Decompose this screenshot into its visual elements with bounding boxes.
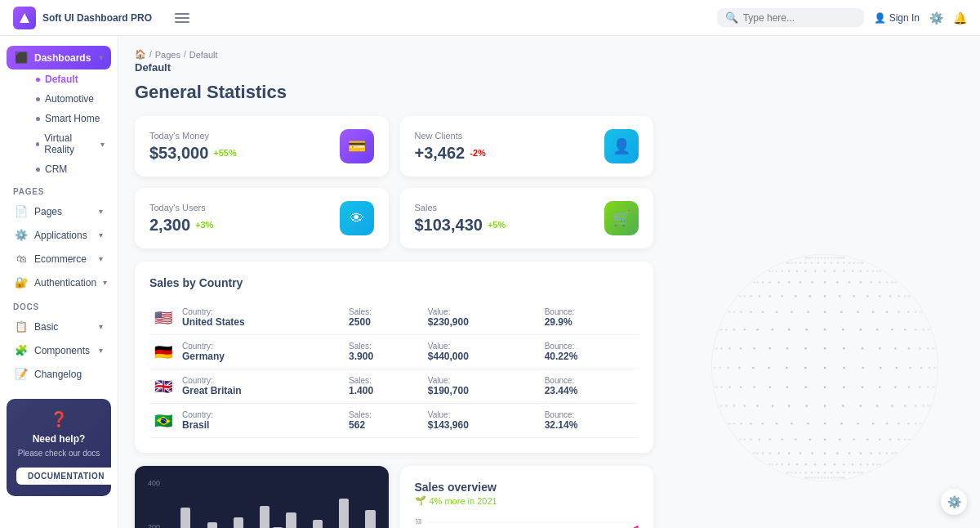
gear-corner-button[interactable]: ⚙️ [941, 489, 967, 515]
svg-point-238 [791, 422, 793, 424]
svg-point-43 [788, 262, 791, 264]
svg-point-344 [843, 477, 845, 479]
svg-point-262 [866, 438, 869, 441]
dot-icon [36, 142, 39, 146]
svg-point-137 [720, 329, 723, 331]
svg-point-100 [743, 294, 746, 297]
documentation-button[interactable]: DOCUMENTATION [16, 468, 116, 485]
svg-point-275 [788, 452, 791, 454]
svg-point-120 [740, 311, 742, 313]
y-label-200: 200 [148, 523, 160, 528]
svg-point-55 [853, 262, 855, 264]
svg-point-301 [860, 463, 862, 466]
svg-point-36 [839, 257, 841, 259]
dot-icon [36, 97, 40, 101]
settings-icon[interactable]: ⚙️ [929, 11, 943, 25]
chevron-icon: ▾ [99, 230, 103, 239]
value-val: $143,960 [428, 419, 469, 431]
svg-point-295 [804, 463, 807, 466]
sales-by-country-card: Sales by Country 🇺🇸 Country:United State… [135, 262, 653, 453]
svg-point-75 [872, 270, 875, 272]
breadcrumb-pages[interactable]: Pages [155, 50, 180, 60]
stat-card-users: Today's Users 2,300 +3% 👁 [135, 188, 389, 248]
hamburger-menu[interactable] [175, 13, 189, 23]
notification-icon[interactable]: 🔔 [953, 11, 967, 25]
svg-point-175 [714, 366, 716, 369]
sidebar-item-vr[interactable]: Virtual Reality ▾ [29, 128, 111, 159]
svg-point-68 [814, 270, 817, 272]
sidebar: ⬛ Dashboards ▾ Default Automotive Smart … [0, 36, 118, 528]
help-title: Need help? [16, 433, 101, 445]
line-chart-card: Sales overview 🌱 4% more in 2021 500 400… [400, 466, 654, 528]
svg-point-80 [753, 281, 755, 284]
svg-point-169 [908, 347, 911, 350]
svg-point-181 [786, 366, 788, 369]
svg-point-104 [781, 294, 783, 297]
sidebar-item-changelog[interactable]: 📝 Changelog [7, 362, 111, 386]
sidebar-item-dashboards[interactable]: ⬛ Dashboards ▾ [7, 46, 111, 69]
svg-point-34 [834, 257, 836, 259]
sign-in-button[interactable]: 👤 Sign In [874, 12, 920, 24]
stat-value-sales: $103,430 [415, 216, 483, 235]
sidebar-item-crm[interactable]: CRM [29, 159, 111, 179]
svg-point-279 [836, 452, 839, 454]
active-dot [36, 78, 40, 82]
sidebar-item-pages[interactable]: 📄 Pages ▾ [7, 199, 111, 223]
svg-point-129 [872, 311, 875, 313]
sidebar-item-ecommerce[interactable]: 🛍 Ecommerce ▾ [7, 247, 111, 271]
sidebar-item-applications[interactable]: ⚙️ Applications ▾ [7, 223, 111, 247]
topnav-right: 🔍 👤 Sign In ⚙️ 🔔 [717, 8, 967, 27]
sidebar-item-default[interactable]: Default [29, 69, 111, 89]
svg-point-149 [891, 329, 893, 331]
svg-point-245 [898, 422, 900, 424]
svg-point-254 [759, 438, 761, 441]
svg-point-84 [777, 281, 780, 284]
sidebar-item-automotive[interactable]: Automotive [29, 89, 111, 109]
svg-point-178 [738, 366, 741, 369]
globe-panel [670, 36, 980, 528]
svg-point-125 [807, 311, 809, 313]
svg-point-50 [824, 262, 826, 264]
svg-point-33 [831, 257, 833, 259]
svg-point-240 [824, 422, 826, 424]
search-box[interactable]: 🔍 [717, 8, 864, 27]
svg-point-268 [909, 438, 911, 441]
table-row: 🇧🇷 Country:Brasil Sales:562 Value:$143,9… [149, 404, 639, 438]
bounce-val: 29.9% [545, 316, 572, 328]
svg-point-64 [781, 270, 783, 272]
svg-point-294 [796, 463, 799, 466]
sidebar-item-components[interactable]: 🧩 Components ▾ [7, 338, 111, 362]
svg-point-241 [840, 422, 843, 424]
svg-point-320 [849, 472, 851, 474]
svg-point-158 [728, 347, 731, 350]
svg-point-239 [807, 422, 809, 424]
bar [339, 499, 349, 528]
svg-point-292 [781, 463, 783, 466]
svg-point-184 [843, 366, 845, 369]
bar [260, 506, 270, 528]
svg-point-289 [769, 463, 772, 466]
svg-point-151 [915, 329, 917, 331]
stat-badge-sales: +5% [488, 220, 506, 230]
changelog-icon: 📝 [15, 368, 28, 380]
svg-point-253 [750, 438, 752, 441]
svg-point-114 [904, 294, 906, 297]
svg-point-101 [750, 294, 752, 297]
svg-point-260 [839, 438, 841, 441]
svg-point-108 [839, 294, 841, 297]
svg-point-266 [904, 438, 906, 441]
search-input[interactable] [743, 12, 856, 24]
dashboard-icon: ⬛ [15, 51, 28, 64]
sidebar-item-auth[interactable]: 🔐 Authentication ▾ [7, 271, 111, 294]
svg-point-150 [904, 329, 906, 331]
svg-point-49 [817, 262, 820, 264]
sidebar-item-smarthome[interactable]: Smart Home [29, 109, 111, 128]
svg-point-94 [886, 281, 889, 284]
bar [365, 510, 375, 528]
line-chart-svg: 500 400 300 200 100 0 [415, 514, 639, 528]
sales-val: 1.400 [349, 385, 373, 396]
chevron-icon: ▾ [99, 322, 103, 331]
sidebar-item-basic[interactable]: 📋 Basic ▾ [7, 315, 111, 338]
svg-point-107 [824, 294, 826, 297]
svg-point-201 [804, 386, 807, 388]
